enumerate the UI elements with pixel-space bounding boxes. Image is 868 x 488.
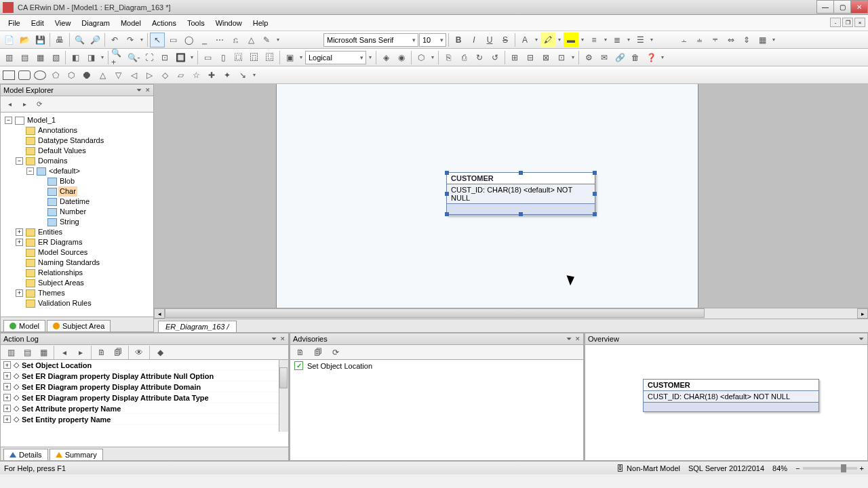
- canvas-scrollbar-h[interactable]: ◂ ▸: [154, 308, 868, 319]
- shape-connector-button[interactable]: ↘: [235, 68, 250, 83]
- log-tb-3[interactable]: ▦: [36, 345, 51, 360]
- underline-button[interactable]: U: [482, 33, 497, 47]
- action-log-pin-icon[interactable]: ⏷: [271, 336, 277, 342]
- tb2-btn-28[interactable]: ⊡: [554, 50, 569, 65]
- tb2-drop-4[interactable]: ▾: [570, 54, 576, 60]
- tb2-btn-26[interactable]: ⊟: [523, 50, 538, 65]
- tree-subject-areas[interactable]: Subject Areas: [16, 278, 152, 288]
- align-bottom-button[interactable]: ⫧: [708, 33, 723, 47]
- open-button[interactable]: 📂: [17, 33, 32, 47]
- log-tb-2[interactable]: ▤: [20, 345, 35, 360]
- bold-button[interactable]: B: [451, 33, 466, 47]
- tree-domain-char[interactable]: Char: [37, 186, 152, 197]
- strike-button[interactable]: S: [498, 33, 513, 47]
- action-log-scroll-thumb[interactable]: [279, 367, 288, 389]
- shape-pentagon-button[interactable]: ⬠: [48, 68, 63, 83]
- action-log-list[interactable]: +◇Set Object Location +◇Set ER Diagram p…: [1, 360, 288, 432]
- advisories-close-icon[interactable]: ✕: [575, 336, 580, 342]
- tree-root[interactable]: −Model_1: [5, 115, 152, 125]
- font-color-button[interactable]: A: [517, 33, 532, 47]
- log-row-0[interactable]: +◇Set Object Location: [1, 360, 288, 371]
- undo-button[interactable]: ↶: [107, 33, 122, 47]
- view-mode-combo[interactable]: Logical: [305, 51, 366, 64]
- align-left-dropdown[interactable]: ▾: [602, 37, 609, 43]
- model-explorer-pin-icon[interactable]: ⏷: [136, 87, 142, 94]
- mdi-minimize-button[interactable]: -: [830, 18, 841, 27]
- maximize-button[interactable]: ▢: [833, 0, 851, 14]
- highlight-button[interactable]: ▬: [564, 33, 578, 47]
- explorer-tab-subject-area[interactable]: Subject Area: [47, 320, 111, 331]
- action-log-scrollbar-v[interactable]: [279, 360, 288, 432]
- shape-ellipse-button[interactable]: [33, 68, 47, 83]
- tb2-btn-2[interactable]: ▤: [17, 50, 32, 65]
- nonidentifying-rel-button[interactable]: ⋯: [212, 33, 227, 47]
- resize-handle-ne[interactable]: [593, 171, 597, 175]
- manytomany-rel-button[interactable]: ⎌: [228, 33, 243, 47]
- log-tb-9[interactable]: ◆: [153, 345, 167, 360]
- fill-color-dropdown[interactable]: ▾: [556, 37, 563, 43]
- align-center-dropdown[interactable]: ▾: [625, 37, 632, 43]
- select-tool-button[interactable]: ↖: [150, 33, 165, 47]
- log-tb-6[interactable]: 🗎: [94, 345, 109, 360]
- zoom-100-button[interactable]: ⊡: [157, 50, 172, 65]
- font-size-combo[interactable]: 10: [419, 33, 446, 47]
- zoom-out-button[interactable]: 🔍-: [126, 50, 141, 65]
- overview-canvas[interactable]: CUSTOMER CUST_ID: CHAR(18) <default> NOT…: [585, 345, 868, 461]
- mdi-close-button[interactable]: ×: [854, 18, 865, 27]
- zoom-in-icon[interactable]: +: [860, 464, 864, 472]
- shape-triangle-right-button[interactable]: ▷: [142, 68, 157, 83]
- tb2-btn-32[interactable]: 🗑: [628, 50, 643, 65]
- shape-parallelogram-button[interactable]: ▱: [173, 68, 188, 83]
- shape-rect-button[interactable]: [1, 68, 16, 83]
- overview-pin-icon[interactable]: ⏷: [859, 336, 865, 342]
- group-dropdown[interactable]: ▾: [770, 37, 777, 43]
- tb2-btn-4[interactable]: ▧: [48, 50, 63, 65]
- redo-button[interactable]: ↷: [123, 33, 138, 47]
- tree-domain-blob[interactable]: Blob: [37, 176, 152, 186]
- advisories-pin-icon[interactable]: ⏷: [566, 336, 572, 342]
- shape-star-button[interactable]: ☆: [189, 68, 203, 83]
- action-log-close-icon[interactable]: ✕: [280, 336, 285, 342]
- menu-window[interactable]: Window: [210, 17, 248, 29]
- menu-view[interactable]: View: [50, 17, 77, 29]
- tree-domains[interactable]: −Domains: [16, 156, 152, 166]
- tb2-drop-5[interactable]: ▾: [659, 54, 666, 60]
- zoom-dropdown[interactable]: ▾: [189, 54, 195, 60]
- tb2-btn-1[interactable]: ▥: [1, 50, 16, 65]
- font-color-dropdown[interactable]: ▾: [533, 37, 540, 43]
- explorer-tb-2[interactable]: ▸: [18, 98, 31, 110]
- tb2-btn-17[interactable]: ▣: [282, 50, 297, 65]
- shape-triangle-up-button[interactable]: △: [95, 68, 110, 83]
- action-tab-details[interactable]: Details: [3, 449, 48, 460]
- resize-handle-w[interactable]: [445, 192, 449, 196]
- tree-default-domain[interactable]: −<default>: [26, 166, 152, 176]
- tb2-btn-20[interactable]: ⬡: [414, 50, 429, 65]
- align-middle-button[interactable]: ⫨: [692, 33, 707, 47]
- model-explorer-close-icon[interactable]: ✕: [145, 87, 151, 94]
- tb2-btn-31[interactable]: 🔗: [612, 50, 627, 65]
- tree-er-diagrams[interactable]: +ER Diagrams: [16, 237, 152, 247]
- tb2-btn-23[interactable]: ↻: [472, 50, 487, 65]
- annotation-tool-button[interactable]: ✎: [259, 33, 274, 47]
- tb2-btn-29[interactable]: ⚙: [581, 50, 596, 65]
- zoom-area-button[interactable]: 🔲: [173, 50, 188, 65]
- tb2-btn-24[interactable]: ↺: [488, 50, 502, 65]
- zoom-out-icon[interactable]: −: [795, 464, 800, 472]
- shape-diamond-button[interactable]: ◇: [157, 68, 172, 83]
- zoom-fit-button[interactable]: ⛶: [142, 50, 157, 65]
- tree-domain-datetime[interactable]: Datetime: [37, 197, 152, 207]
- scroll-left-button[interactable]: ◂: [154, 308, 165, 319]
- menu-edit[interactable]: Edit: [26, 17, 50, 29]
- scroll-right-button[interactable]: ▸: [857, 308, 868, 319]
- adv-tb-1[interactable]: 🗎: [293, 345, 308, 360]
- tree-naming-standards[interactable]: Naming Standards: [16, 258, 152, 268]
- shape-dropdown[interactable]: ▾: [251, 72, 258, 78]
- log-tb-5[interactable]: ▸: [73, 345, 88, 360]
- tb2-btn-12[interactable]: ▭: [200, 50, 215, 65]
- zoom-slider[interactable]: [803, 467, 857, 470]
- save-button[interactable]: 💾: [33, 33, 47, 47]
- tree-annotations[interactable]: Annotations: [16, 125, 152, 136]
- tb2-btn-3[interactable]: ▦: [33, 50, 47, 65]
- italic-button[interactable]: I: [467, 33, 481, 47]
- tb2-btn-16[interactable]: ⿶: [262, 50, 277, 65]
